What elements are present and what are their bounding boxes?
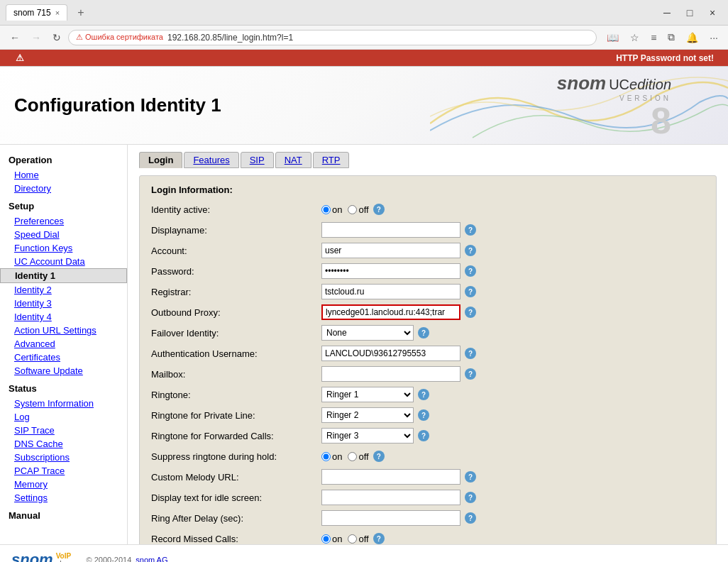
input-custom-melody-url[interactable]	[321, 469, 460, 485]
snom-link[interactable]: snom AG	[136, 556, 167, 562]
help-account[interactable]: ?	[465, 245, 476, 256]
url-bar[interactable]: ⚠ Ошибка сертификата 192.168.20.85/line_…	[68, 30, 597, 45]
help-ringtone-private[interactable]: ?	[418, 409, 429, 421]
sidebar-item-action-url-settings[interactable]: Action URL Settings	[0, 324, 127, 337]
radio-suppress-on-label[interactable]: on	[321, 451, 342, 462]
select-failover-identity[interactable]: None	[321, 325, 414, 341]
minimize-btn[interactable]: ─	[657, 5, 677, 21]
help-ringtone[interactable]: ?	[418, 389, 429, 400]
window-controls: ─ □ ×	[657, 5, 722, 21]
bookmark-btn[interactable]: ☆	[626, 28, 644, 46]
radio-record-missed-off-label[interactable]: off	[348, 534, 368, 544]
tab-close-btn[interactable]: ×	[55, 9, 60, 17]
input-mailbox[interactable]	[321, 366, 460, 382]
radio-record-missed-on-label[interactable]: on	[321, 534, 342, 544]
profile-btn[interactable]: 🔔	[682, 28, 702, 46]
sidebar-item-preferences[interactable]: Preferences	[0, 214, 127, 228]
radio-record-missed-off[interactable]	[348, 534, 357, 544]
input-ring-after-delay[interactable]	[321, 510, 460, 526]
radio-suppress-off-label[interactable]: off	[348, 451, 368, 462]
forward-btn[interactable]: →	[27, 29, 45, 46]
refresh-btn[interactable]: ↻	[48, 29, 65, 46]
select-ringtone-forwarded[interactable]: Ringer 1 Ringer 2 Ringer 3	[321, 428, 414, 443]
help-registrar[interactable]: ?	[465, 286, 476, 297]
maximize-btn[interactable]: □	[680, 5, 700, 21]
help-failover-identity[interactable]: ?	[418, 327, 429, 338]
sidebar-item-identity-2[interactable]: Identity 2	[0, 283, 127, 297]
radio-suppress-off[interactable]	[348, 452, 357, 461]
page-header: Configuration Identity 1 snom UCedition …	[0, 67, 728, 145]
control-ring-after-delay: ?	[321, 510, 476, 526]
radio-record-missed-on[interactable]	[321, 534, 331, 544]
input-outbound-proxy[interactable]	[321, 304, 460, 320]
field-mailbox: Mailbox: ?	[151, 365, 705, 382]
sidebar-item-directory[interactable]: Directory	[0, 182, 127, 195]
sidebar-item-identity-1[interactable]: Identity 1	[0, 268, 127, 283]
help-custom-melody-url[interactable]: ?	[465, 471, 476, 483]
tab-login[interactable]: Login	[139, 152, 182, 168]
radio-on-label[interactable]: on	[321, 204, 342, 215]
label-ringtone: Ringtone:	[151, 390, 321, 400]
voip-phones: VoIP phones	[56, 552, 79, 562]
input-display-text-idle[interactable]	[321, 490, 460, 505]
input-registrar[interactable]	[321, 284, 460, 299]
help-password[interactable]: ?	[465, 265, 476, 277]
sidebar-item-certificates[interactable]: Certificates	[0, 351, 127, 364]
sidebar-item-system-information[interactable]: System Information	[0, 397, 127, 410]
field-record-missed: Record Missed Calls: on off ?	[151, 530, 705, 544]
back-btn[interactable]: ←	[6, 29, 24, 46]
sidebar-item-uc-account-data[interactable]: UC Account Data	[0, 255, 127, 268]
tab-features[interactable]: Features	[184, 152, 238, 168]
sidebar-item-speed-dial[interactable]: Speed Dial	[0, 228, 127, 241]
radio-off-input[interactable]	[348, 205, 357, 214]
help-mailbox[interactable]: ?	[465, 368, 476, 380]
menu-btn[interactable]: ≡	[646, 28, 661, 46]
sidebar-item-memory[interactable]: Memory	[0, 478, 127, 491]
open-page-btn[interactable]: ⧉	[663, 28, 679, 46]
tab-nat[interactable]: NAT	[275, 152, 311, 168]
more-btn[interactable]: ···	[705, 28, 722, 46]
help-ring-after-delay[interactable]: ?	[465, 512, 476, 524]
label-registrar: Registrar:	[151, 287, 321, 297]
sidebar-item-log[interactable]: Log	[0, 410, 127, 424]
help-suppress-ringtone[interactable]: ?	[373, 451, 385, 462]
help-ringtone-forwarded[interactable]: ?	[418, 430, 429, 441]
sidebar-item-dns-cache[interactable]: DNS Cache	[0, 437, 127, 451]
help-record-missed[interactable]: ?	[373, 533, 385, 544]
select-ringtone[interactable]: Ringer 1 Ringer 2 Ringer 3	[321, 387, 414, 402]
sidebar-item-function-keys[interactable]: Function Keys	[0, 241, 127, 255]
close-btn[interactable]: ×	[702, 5, 722, 21]
input-account[interactable]	[321, 243, 460, 258]
sidebar-item-pcap-trace[interactable]: PCAP Trace	[0, 464, 127, 478]
sidebar-item-subscriptions[interactable]: Subscriptions	[0, 451, 127, 464]
help-outbound-proxy[interactable]: ?	[465, 307, 476, 318]
tab-rtp[interactable]: RTP	[313, 152, 350, 168]
sidebar-item-settings[interactable]: Settings	[0, 491, 127, 505]
browser-tab[interactable]: snom 715 ×	[6, 4, 67, 21]
help-displayname[interactable]: ?	[465, 224, 476, 236]
input-auth-username[interactable]	[321, 346, 460, 361]
sidebar-item-home[interactable]: Home	[0, 168, 127, 182]
field-identity-active: Identity active: on off ?	[151, 201, 705, 218]
input-displayname[interactable]	[321, 222, 460, 238]
help-display-text-idle[interactable]: ?	[465, 492, 476, 503]
control-display-text-idle: ?	[321, 490, 476, 505]
version-number: 8	[557, 102, 671, 139]
sidebar-item-advanced[interactable]: Advanced	[0, 337, 127, 351]
tab-sip[interactable]: SIP	[241, 152, 274, 168]
sidebar-item-identity-4[interactable]: Identity 4	[0, 310, 127, 324]
input-password[interactable]	[321, 263, 460, 279]
help-identity-active[interactable]: ?	[373, 204, 385, 215]
help-auth-username[interactable]: ?	[465, 348, 476, 359]
select-ringtone-private[interactable]: Ringer 1 Ringer 2 Ringer 3	[321, 407, 414, 423]
radio-suppress-on[interactable]	[321, 452, 331, 461]
sidebar-item-sip-trace[interactable]: SIP Trace	[0, 424, 127, 437]
sidebar-item-identity-3[interactable]: Identity 3	[0, 297, 127, 310]
reader-view-btn[interactable]: 📖	[602, 28, 623, 46]
control-suppress-ringtone: on off ?	[321, 451, 385, 462]
sidebar-item-software-update[interactable]: Software Update	[0, 364, 127, 378]
radio-on-input[interactable]	[321, 205, 331, 214]
control-ringtone-forwarded: Ringer 1 Ringer 2 Ringer 3 ?	[321, 428, 429, 443]
new-tab-btn[interactable]: +	[73, 5, 88, 21]
radio-off-label[interactable]: off	[348, 204, 368, 215]
